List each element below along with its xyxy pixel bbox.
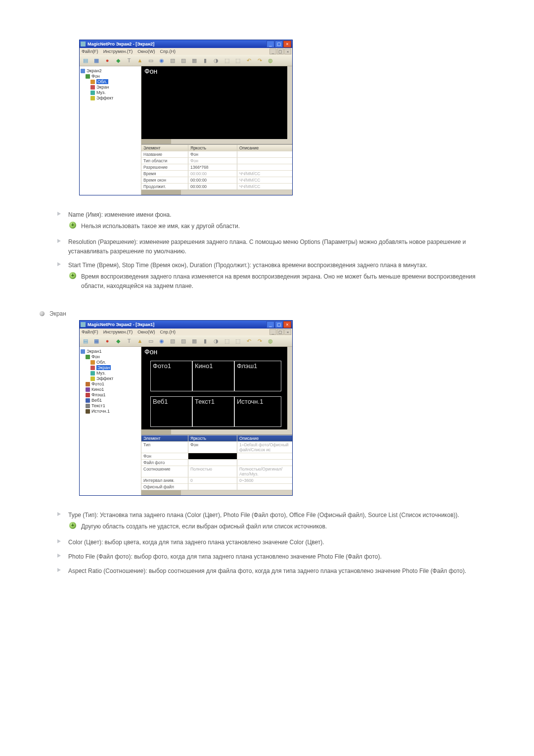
tree-root[interactable]: Экран1 — [87, 349, 101, 354]
tree-screen[interactable]: Экран — [96, 85, 109, 90]
scrollbar-vertical[interactable] — [287, 347, 292, 434]
tree-music[interactable]: Муз. — [96, 90, 106, 95]
tree-root[interactable]: Экран2 — [87, 68, 101, 73]
tool-icon[interactable]: ◆ — [114, 337, 122, 345]
text-tool-icon[interactable]: T — [125, 56, 133, 64]
prop-value[interactable] — [188, 460, 237, 466]
tool-icon[interactable]: ▧ — [169, 56, 177, 64]
redo-icon[interactable]: ↷ — [256, 56, 264, 64]
tree-flash[interactable]: Флэш1 — [91, 392, 106, 397]
tree-source[interactable]: Источн.1 — [91, 409, 110, 414]
scrollbar-horizontal[interactable] — [141, 139, 287, 144]
tree-cinema[interactable]: Кино1 — [91, 387, 104, 392]
scrollbar-vertical[interactable] — [287, 66, 292, 144]
tool-icon[interactable]: ◑ — [212, 337, 220, 345]
prop-value[interactable]: Фон — [188, 151, 237, 157]
tool-icon[interactable]: ◍ — [267, 337, 274, 345]
tool-icon[interactable]: ▤ — [82, 56, 89, 64]
tool-icon[interactable]: ▩ — [190, 337, 198, 345]
minimize-button[interactable]: _ — [267, 321, 274, 328]
tool-icon[interactable]: ⬚ — [234, 337, 242, 345]
tree-music[interactable]: Муз. — [96, 371, 106, 376]
tree-bg-selected[interactable]: Обл. — [96, 79, 108, 84]
prop-value[interactable]: 1366*768 — [188, 164, 237, 170]
grid-scroll[interactable] — [141, 490, 292, 495]
prop-value[interactable]: 0 — [188, 477, 237, 483]
doc-close-button[interactable]: × — [284, 329, 291, 335]
region-source[interactable]: Источн.1 — [234, 396, 281, 427]
tool-icon[interactable]: ▦ — [92, 337, 100, 345]
tree-photo[interactable]: Фото1 — [91, 381, 104, 386]
tool-icon[interactable]: ▭ — [147, 56, 155, 64]
prop-value[interactable]: 00:00:00 — [188, 184, 237, 189]
tree-text[interactable]: Текст1 — [91, 403, 105, 408]
scrollbar-horizontal[interactable] — [141, 429, 287, 434]
tool-icon[interactable]: ⬚ — [223, 337, 231, 345]
undo-icon[interactable]: ↶ — [245, 337, 253, 345]
region-web[interactable]: Веб1 — [150, 396, 192, 427]
prop-value[interactable] — [188, 484, 237, 490]
text-tool-icon[interactable]: T — [125, 337, 133, 345]
region-text[interactable]: Текст1 — [192, 396, 234, 427]
stage-canvas[interactable]: Фон Фото1 Кино1 Флэш1 Веб1 Текст1 Источн… — [141, 347, 292, 435]
tool-icon[interactable]: ▦ — [92, 56, 100, 64]
maximize-button[interactable]: ▢ — [275, 321, 283, 328]
grid-scroll[interactable] — [141, 189, 292, 195]
tree-effect[interactable]: Эффект — [96, 376, 113, 381]
prop-value-color[interactable] — [188, 453, 237, 459]
tree-bg-sub[interactable]: Обл. — [96, 360, 106, 365]
tool-icon[interactable]: ● — [103, 337, 111, 345]
menu-window[interactable]: Окно(W) — [137, 49, 155, 54]
tool-icon[interactable]: ◆ — [114, 56, 122, 64]
region-cinema[interactable]: Кино1 — [192, 361, 234, 391]
tool-icon[interactable]: ● — [103, 56, 111, 64]
redo-icon[interactable]: ↷ — [256, 337, 264, 345]
doc-close-button[interactable]: × — [284, 48, 291, 54]
tool-icon[interactable]: ▤ — [82, 337, 89, 345]
menu-tools[interactable]: Инструмен.(T) — [103, 330, 133, 334]
tool-icon[interactable]: ▩ — [190, 56, 198, 64]
doc-restore-button[interactable]: ▢ — [277, 329, 284, 335]
region-flash[interactable]: Флэш1 — [234, 361, 281, 391]
doc-restore-button[interactable]: ▢ — [277, 48, 284, 54]
tool-icon[interactable]: ▲ — [136, 56, 144, 64]
prop-value[interactable]: 00:00:00 — [188, 177, 237, 183]
tree-web[interactable]: Веб1 — [91, 398, 102, 403]
tool-icon[interactable]: ▭ — [147, 337, 155, 345]
menu-file[interactable]: Файл(F) — [82, 49, 98, 54]
doc-minimize-button[interactable]: _ — [269, 48, 276, 54]
prop-value[interactable]: 00:00:00 — [188, 171, 237, 177]
tool-icon[interactable]: ⬚ — [234, 56, 242, 64]
menu-help[interactable]: Спр.(H) — [160, 330, 176, 334]
tool-icon[interactable]: ▨ — [179, 56, 187, 64]
tool-icon[interactable]: ◑ — [212, 56, 220, 64]
tool-icon[interactable]: ◉ — [158, 56, 166, 64]
minimize-button[interactable]: _ — [267, 41, 274, 47]
maximize-button[interactable]: ▢ — [275, 41, 283, 47]
doc-minimize-button[interactable]: _ — [269, 329, 276, 335]
prop-desc: 0~3600 — [237, 477, 292, 483]
menu-file[interactable]: Файл(F) — [82, 330, 98, 334]
tool-icon[interactable]: ▮ — [201, 337, 209, 345]
tree-bg[interactable]: Фон — [91, 74, 100, 79]
stage-canvas[interactable]: Фон — [141, 66, 292, 144]
menu-window[interactable]: Окно(W) — [137, 330, 155, 334]
tree-bg[interactable]: Фон — [91, 354, 100, 359]
undo-icon[interactable]: ↶ — [245, 56, 253, 64]
tool-icon[interactable]: ▮ — [201, 56, 209, 64]
tool-icon[interactable]: ◍ — [267, 56, 274, 64]
tool-icon[interactable]: ◉ — [158, 337, 166, 345]
prop-value[interactable]: Фон — [188, 442, 237, 453]
menu-help[interactable]: Спр.(H) — [160, 49, 176, 54]
prop-value[interactable]: Полностью — [188, 466, 237, 477]
tree-effect[interactable]: Эффект — [96, 95, 113, 100]
region-photo[interactable]: Фото1 — [150, 361, 192, 391]
tool-icon[interactable]: ⬚ — [223, 56, 231, 64]
close-button[interactable]: × — [283, 41, 291, 47]
tool-icon[interactable]: ▨ — [179, 337, 187, 345]
tool-icon[interactable]: ▲ — [136, 337, 144, 345]
close-button[interactable]: × — [283, 321, 291, 328]
tool-icon[interactable]: ▧ — [169, 337, 177, 345]
tree-screen-selected[interactable]: Экран — [96, 365, 111, 370]
menu-tools[interactable]: Инструмен.(T) — [103, 49, 133, 54]
